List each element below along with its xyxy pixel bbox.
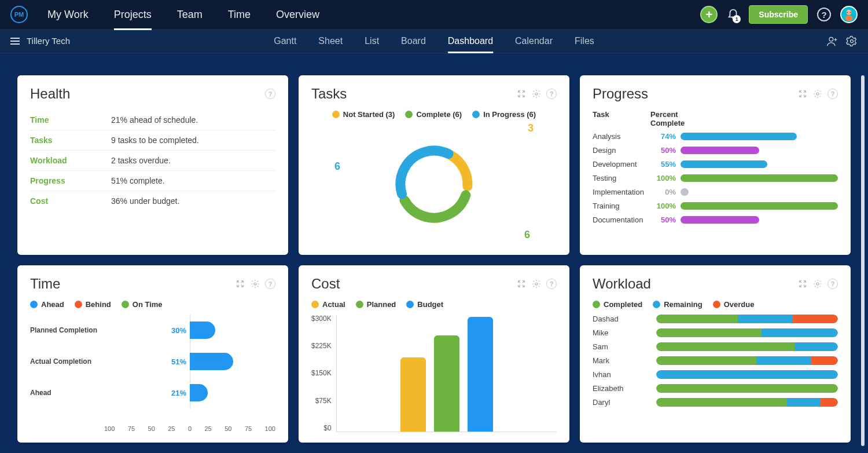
gear-icon[interactable] bbox=[250, 279, 260, 289]
help-icon[interactable]: ? bbox=[827, 89, 838, 99]
progress-pct: 0% bbox=[650, 188, 681, 196]
nav-tab-team[interactable]: Team bbox=[177, 2, 203, 28]
progress-pct: 100% bbox=[650, 174, 681, 182]
legend-label: Remaining bbox=[664, 300, 702, 309]
legend-swatch bbox=[311, 301, 319, 308]
workload-bar bbox=[656, 328, 838, 337]
nav-tab-my-work[interactable]: My Work bbox=[47, 2, 89, 28]
view-tab-dashboard[interactable]: Dashboard bbox=[448, 31, 493, 52]
gear-icon[interactable] bbox=[812, 279, 823, 289]
gear-icon[interactable] bbox=[812, 89, 823, 99]
view-tab-gantt[interactable]: Gantt bbox=[274, 31, 296, 52]
project-name[interactable]: Tillery Tech bbox=[27, 36, 70, 46]
nav-tab-overview[interactable]: Overview bbox=[276, 2, 319, 28]
progress-name: Development bbox=[593, 160, 650, 169]
help-icon[interactable]: ? bbox=[546, 89, 557, 99]
axis-tick: 0 bbox=[188, 425, 192, 432]
tasks-legend: Not Started (3) Complete (6) In Progress… bbox=[311, 110, 557, 119]
axis-tick: 25 bbox=[168, 425, 175, 432]
svg-point-4 bbox=[829, 37, 833, 41]
workload-bar bbox=[656, 398, 838, 407]
progress-row: Design 50% bbox=[593, 146, 838, 155]
legend-swatch bbox=[405, 111, 413, 118]
time-bar bbox=[190, 384, 208, 401]
gear-icon[interactable] bbox=[531, 279, 542, 289]
user-avatar[interactable] bbox=[840, 6, 858, 23]
workload-row: Mike bbox=[593, 328, 838, 337]
workload-legend: Completed Remaining Overdue bbox=[593, 300, 838, 309]
view-tab-board[interactable]: Board bbox=[401, 31, 426, 52]
progress-name: Testing bbox=[593, 174, 650, 182]
view-tab-sheet[interactable]: Sheet bbox=[318, 31, 343, 52]
legend-item: Behind bbox=[75, 300, 111, 309]
workload-name: Dashad bbox=[593, 315, 656, 323]
help-icon[interactable]: ? bbox=[827, 279, 838, 289]
legend-swatch bbox=[593, 301, 600, 308]
workload-row: Elizabeth bbox=[593, 384, 838, 393]
legend-swatch bbox=[356, 301, 363, 308]
workload-bar bbox=[656, 315, 838, 323]
workload-seg bbox=[792, 315, 838, 323]
top-nav-tabs: My Work Projects Team Time Overview bbox=[47, 2, 319, 28]
svg-point-13 bbox=[254, 283, 256, 285]
logo[interactable]: PM bbox=[10, 6, 28, 23]
project-subnav: Tillery Tech Gantt Sheet List Board Dash… bbox=[0, 29, 868, 53]
progress-name: Implementation bbox=[593, 188, 650, 196]
nav-tab-projects[interactable]: Projects bbox=[114, 2, 152, 28]
legend-label: Ahead bbox=[41, 300, 64, 309]
health-row: Tasks 9 tasks to be completed. bbox=[30, 130, 275, 151]
time-track: 21% bbox=[104, 377, 275, 408]
progress-bar bbox=[681, 160, 838, 168]
expand-icon[interactable] bbox=[797, 279, 808, 289]
add-user-icon[interactable] bbox=[826, 35, 838, 47]
view-tab-calendar[interactable]: Calendar bbox=[515, 31, 553, 52]
axis-tick: $75K bbox=[311, 397, 332, 405]
progress-pct: 100% bbox=[650, 202, 681, 210]
expand-icon[interactable] bbox=[235, 279, 245, 289]
card-title: Tasks bbox=[311, 86, 347, 102]
svg-point-7 bbox=[851, 39, 854, 42]
donut-label-right: 6 bbox=[524, 229, 530, 241]
help-button[interactable]: ? bbox=[817, 8, 831, 21]
avatar-icon bbox=[843, 8, 855, 21]
progress-name: Documentation bbox=[593, 215, 650, 224]
progress-rows: Analysis 74% Design 50% Development 55% … bbox=[593, 132, 838, 229]
expand-icon[interactable] bbox=[516, 89, 527, 99]
expand-icon[interactable] bbox=[797, 89, 808, 99]
legend-swatch bbox=[472, 111, 480, 118]
legend-item: Remaining bbox=[653, 300, 702, 309]
help-icon[interactable]: ? bbox=[265, 89, 275, 99]
legend-label: Not Started (3) bbox=[343, 110, 395, 119]
workload-name: Daryl bbox=[593, 398, 656, 407]
legend-label: Completed bbox=[604, 300, 642, 309]
expand-icon[interactable] bbox=[516, 279, 527, 289]
workload-seg bbox=[756, 356, 811, 365]
menu-toggle-button[interactable] bbox=[10, 38, 20, 45]
add-button[interactable]: + bbox=[700, 6, 718, 23]
workload-row: Mark bbox=[593, 356, 838, 365]
help-icon[interactable]: ? bbox=[546, 279, 557, 289]
legend-item: Budget bbox=[406, 300, 443, 309]
nav-tab-time[interactable]: Time bbox=[228, 2, 251, 28]
settings-icon[interactable] bbox=[846, 35, 858, 47]
workload-rows: Dashad Mike Sam Mark Ivhan Elizabeth Dar… bbox=[593, 315, 838, 412]
scrollbar[interactable] bbox=[861, 75, 865, 446]
svg-rect-1 bbox=[845, 16, 853, 21]
donut-chart bbox=[385, 135, 483, 233]
health-label: Time bbox=[30, 115, 111, 125]
help-icon[interactable]: ? bbox=[265, 279, 275, 289]
view-tab-list[interactable]: List bbox=[365, 31, 379, 52]
view-tab-files[interactable]: Files bbox=[575, 31, 594, 52]
subscribe-button[interactable]: Subscribe bbox=[749, 5, 808, 24]
legend-swatch bbox=[332, 111, 340, 118]
progress-pct: 50% bbox=[650, 146, 681, 155]
tasks-donut: 3 6 6 bbox=[311, 125, 557, 244]
time-row-label: Actual Completion bbox=[30, 357, 104, 366]
col-task: Task bbox=[593, 110, 650, 127]
svg-point-2 bbox=[847, 12, 848, 13]
axis-tick: $150K bbox=[311, 369, 332, 377]
gear-icon[interactable] bbox=[531, 89, 542, 99]
health-row: Workload 2 tasks overdue. bbox=[30, 151, 275, 171]
workload-seg bbox=[820, 398, 838, 407]
notifications-button[interactable]: 1 bbox=[727, 7, 740, 22]
